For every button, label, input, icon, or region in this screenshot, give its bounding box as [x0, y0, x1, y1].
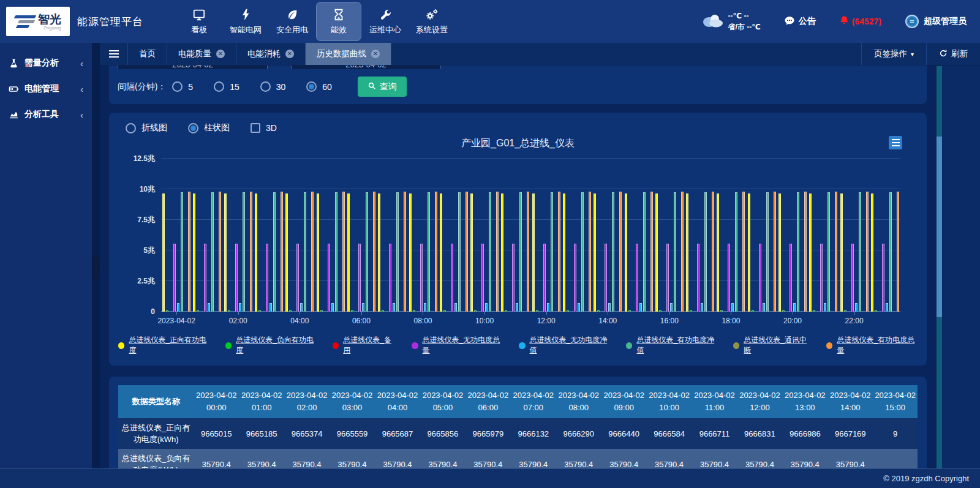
search-button[interactable]: 查询: [358, 77, 407, 97]
legend-item[interactable]: 总进线仪表_无功电度净值: [519, 335, 610, 356]
chart-option-柱状图[interactable]: 柱状图: [188, 122, 230, 133]
sidebar-item-label: 电能管理: [24, 83, 80, 94]
logo-text: 智光: [38, 13, 61, 26]
chart-option-折线图[interactable]: 折线图: [126, 122, 167, 133]
flask-icon: [9, 58, 19, 69]
tab-首页[interactable]: 首页: [128, 43, 167, 65]
chart-option-3D[interactable]: 3D: [251, 123, 277, 133]
tab-历史数据曲线[interactable]: 历史数据曲线✕: [306, 43, 391, 65]
table-panel: 数据类型名称2023-04-0200:002023-04-0201:002023…: [109, 377, 927, 468]
legend-item[interactable]: 总进线仪表_负向有功电度: [225, 335, 317, 356]
nav-item-智能电网[interactable]: 智能电网: [224, 2, 268, 40]
table-header-time: 2023-04-0200:00: [194, 385, 239, 418]
interval-radio-15[interactable]: 15: [214, 81, 239, 92]
chart-bar: [728, 244, 730, 312]
legend-label: 总进线仪表_通讯中断: [744, 335, 810, 356]
chart-bar: [266, 244, 268, 312]
bar-chart: 02.5兆5兆7.5兆10兆12.5兆 2023-04-0202:0004:00…: [118, 159, 918, 328]
chart-context-menu-icon[interactable]: [889, 136, 902, 149]
logo-subtext: Zhiguang: [38, 26, 61, 30]
interval-radio-60[interactable]: 60: [306, 81, 332, 92]
sidebar-item-电能管理[interactable]: 电能管理‹: [0, 76, 92, 102]
nav-item-运维中心[interactable]: 运维中心: [363, 2, 407, 40]
chart-bar: [886, 303, 888, 312]
chart-bar: [331, 303, 334, 312]
radio-label: 5: [188, 82, 193, 92]
tab-close-icon[interactable]: ✕: [216, 50, 225, 58]
nav-item-能效[interactable]: 能效: [317, 2, 361, 40]
cell-value: 9665687: [375, 418, 420, 449]
legend-dot-icon: [333, 342, 339, 349]
cell-value: 35790.4: [647, 449, 692, 468]
chart-bar: [243, 192, 245, 312]
nav-item-安全用电[interactable]: 安全用电: [270, 2, 314, 40]
chart-bar: [778, 193, 781, 312]
nav-item-看板[interactable]: 看板: [177, 2, 221, 40]
legend-item[interactable]: 总进线仪表_有功电度总量: [826, 335, 918, 356]
gears-icon: [425, 8, 439, 21]
alarm-button[interactable]: (64527): [839, 15, 881, 28]
nav-item-系统设置[interactable]: 系统设置: [410, 2, 454, 40]
legend-item[interactable]: 总进线仪表_无功电度总量: [412, 335, 503, 356]
chart-bar: [820, 244, 823, 312]
bar-group: [254, 159, 284, 312]
drawer-handle[interactable]: [92, 256, 100, 279]
tab-电能质量[interactable]: 电能质量✕: [167, 43, 236, 65]
chevron-left-icon: ‹: [80, 58, 83, 69]
chart-bar: [404, 192, 406, 312]
radio-icon: [260, 81, 271, 92]
chart-bar: [897, 192, 899, 312]
chart-bar: [347, 193, 350, 312]
cell-value: 35790.4: [239, 449, 284, 468]
legend-item[interactable]: 总进线仪表_备用: [333, 335, 396, 356]
tab-电能消耗[interactable]: 电能消耗✕: [236, 43, 306, 65]
tab-close-icon[interactable]: ✕: [285, 50, 294, 58]
interval-row: 间隔(分钟)： 5153060 查询: [118, 77, 918, 97]
chart-bar: [496, 192, 499, 312]
start-date-input[interactable]: 2023-04-02: [118, 66, 268, 69]
end-date-input[interactable]: 2023-04-02: [291, 66, 441, 69]
notice-button[interactable]: 公告: [784, 15, 816, 28]
y-axis-label: 10兆: [140, 184, 155, 195]
chart-bar: [409, 193, 412, 312]
user-menu[interactable]: 超级管理员: [905, 14, 967, 29]
bar-group: [161, 159, 192, 312]
chart-bar: [543, 244, 546, 312]
nav-item-label: 智能电网: [230, 24, 262, 36]
cell-value: 9665015: [194, 418, 239, 449]
scrollbar-thumb[interactable]: [937, 137, 942, 317]
content-area: 2023-04-02 2023-04-02 间隔(分钟)： 5153060 查询: [100, 66, 937, 468]
chart-bar: [162, 193, 165, 312]
chart-bar: [273, 192, 276, 312]
table-header-time: 2023-04-0205:00: [420, 385, 466, 418]
interval-radio-30[interactable]: 30: [260, 81, 286, 92]
legend-item[interactable]: 总进线仪表_有功电度净值: [626, 335, 717, 356]
interval-radio-5[interactable]: 5: [172, 81, 193, 92]
chart-bar: [763, 303, 765, 312]
bar-group: [192, 159, 222, 312]
hamburger-menu-icon[interactable]: [100, 43, 128, 65]
chart-bar: [681, 192, 684, 312]
legend-item[interactable]: 总进线仪表_通讯中断: [733, 335, 810, 356]
x-axis-label: 12:00: [537, 317, 556, 325]
sidebar-item-需量分析[interactable]: 需量分析‹: [0, 50, 92, 76]
chart-bar: [797, 192, 799, 312]
cell-value: 35790.4: [511, 449, 556, 468]
chart-bar: [594, 193, 596, 312]
caret-down-icon: ▾: [911, 51, 914, 58]
radio-label: 15: [230, 82, 239, 92]
weather-widget: --℃ -- 省/市 --℃: [701, 10, 761, 32]
x-axis-label: 18:00: [722, 317, 740, 325]
chart-bar: [670, 303, 673, 312]
brand: 智光 Zhiguang 能源管理平台: [0, 7, 143, 36]
tab-operations-dropdown[interactable]: 页签操作 ▾: [861, 43, 926, 65]
sidebar-item-分析工具[interactable]: 分析工具‹: [0, 102, 92, 127]
cell-value: 35790.4: [737, 449, 782, 468]
vertical-scrollbar[interactable]: [937, 66, 942, 468]
legend-item[interactable]: 总进线仪表_正向有功电度: [118, 335, 209, 356]
legend-dot-icon: [225, 342, 232, 349]
refresh-button[interactable]: 刷新: [926, 43, 980, 65]
chart-bar: [300, 303, 303, 312]
tab-close-icon[interactable]: ✕: [371, 50, 380, 58]
chart-bar: [193, 193, 195, 312]
